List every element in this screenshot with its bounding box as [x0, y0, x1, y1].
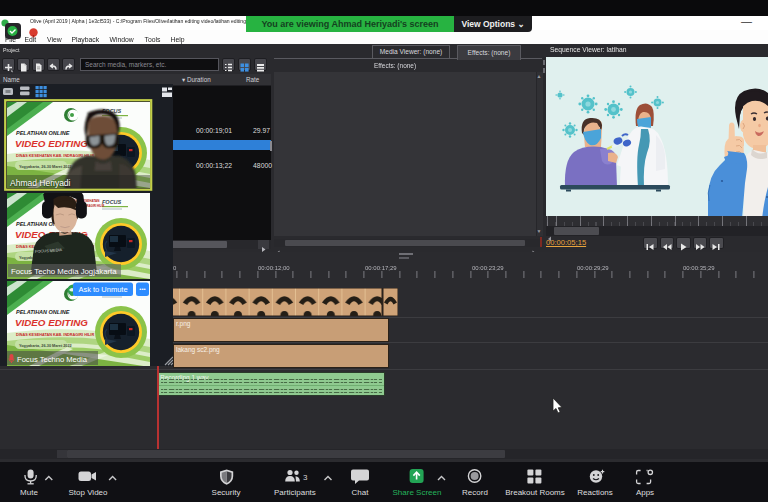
svg-text:3: 3 — [303, 473, 308, 482]
svg-text:Ask to Unmute: Ask to Unmute — [78, 285, 127, 294]
svg-text:Ahmad Heriyadi: Ahmad Heriyadi — [10, 178, 71, 188]
svg-text:Focus Techo Media Jogjakarta: Focus Techo Media Jogjakarta — [11, 267, 117, 276]
svg-text:Focus Techno Media: Focus Techno Media — [17, 355, 88, 364]
svg-text:•••: ••• — [139, 286, 145, 292]
